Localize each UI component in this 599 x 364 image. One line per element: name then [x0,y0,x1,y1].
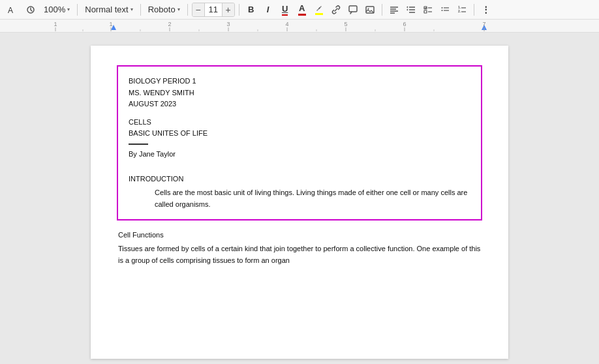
cell-functions-paragraph: Tissues are formed by cells of a certain… [118,243,481,266]
svg-text:6: 6 [403,21,406,27]
toolbar: A 100% ▾ Normal text ▾ Roboto ▾ − 11 + B… [0,0,599,20]
text-style-dropdown[interactable]: Normal text ▾ [82,2,136,18]
image-button[interactable] [362,2,378,18]
cell-functions-heading: Cell Functions [118,231,481,239]
doc-line-2: MS. WENDY SMITH [129,87,470,99]
style-chevron-icon: ▾ [131,7,133,12]
doc-line-5: BASIC UNITES OF LIFE [129,128,470,140]
numbered-list-button[interactable]: 1. 2. [454,2,470,18]
more-options-button[interactable]: ⋮ [478,2,494,18]
svg-point-17 [441,10,442,11]
doc-intro-paragraph: Cells are the most basic unit of living … [129,187,470,210]
bullet-list-button[interactable] [437,2,453,18]
doc-intro-heading: INTRODUCTION [129,175,470,183]
font-dropdown[interactable]: Roboto ▾ [145,2,183,18]
doc-line-3: AUGUST 2023 [129,99,470,110]
font-size-value: 11 [204,3,223,17]
ruler: 1 1 2 3 4 5 6 7 [0,20,599,33]
divider-3 [187,4,188,16]
svg-rect-23 [0,20,599,33]
font-size-decrease-button[interactable]: − [192,3,204,17]
divider-1 [77,4,78,16]
svg-text:2.: 2. [458,9,461,13]
bold-button[interactable]: B [243,2,259,18]
svg-rect-13 [424,10,427,13]
svg-text:7: 7 [482,21,485,27]
doc-author: By Jane Taylor [129,149,470,160]
history-icon[interactable] [22,2,39,18]
highlight-button[interactable] [311,2,327,18]
link-button[interactable] [328,2,344,18]
italic-button[interactable]: I [260,2,276,18]
align-button[interactable] [386,2,402,18]
doc-divider [129,144,148,145]
underline-button[interactable]: U [277,2,293,18]
doc-line-4: CELLS [129,117,470,129]
outside-content: Cell Functions Tissues are formed by cel… [117,231,482,266]
zoom-chevron-icon: ▾ [67,7,70,12]
svg-rect-1 [349,6,357,12]
divider-6 [474,4,474,16]
font-size-increase-button[interactable]: + [223,3,234,17]
spelling-icon[interactable]: A [4,2,21,18]
document-page: BIOLOGY PERIOD 1 MS. WENDY SMITH AUGUST … [91,46,508,359]
svg-point-15 [441,7,442,8]
spacer-2 [129,160,470,167]
divider-4 [239,4,239,16]
svg-text:A: A [8,6,13,15]
svg-text:4: 4 [285,21,288,27]
line-spacing-button[interactable] [403,2,419,18]
zoom-dropdown[interactable]: 100% ▾ [40,2,73,18]
doc-line-1: BIOLOGY PERIOD 1 [129,76,470,87]
text-color-button[interactable]: A [294,2,310,18]
svg-text:1: 1 [109,21,112,27]
svg-text:5: 5 [344,21,347,27]
font-size-control[interactable]: − 11 + [192,3,235,17]
svg-point-3 [367,8,369,9]
font-chevron-icon: ▾ [177,7,180,12]
svg-text:2: 2 [168,21,171,27]
svg-text:1: 1 [54,21,57,27]
zoom-value: 100% [44,5,65,14]
text-style-label: Normal text [85,5,128,14]
selected-text-block[interactable]: BIOLOGY PERIOD 1 MS. WENDY SMITH AUGUST … [117,65,482,220]
comment-button[interactable] [345,2,361,18]
document-area: BIOLOGY PERIOD 1 MS. WENDY SMITH AUGUST … [0,33,599,364]
divider-2 [140,4,141,16]
font-label: Roboto [148,5,176,14]
spacer-1 [129,110,470,117]
svg-text:3: 3 [226,21,230,27]
divider-5 [382,4,382,16]
checklist-button[interactable] [420,2,436,18]
